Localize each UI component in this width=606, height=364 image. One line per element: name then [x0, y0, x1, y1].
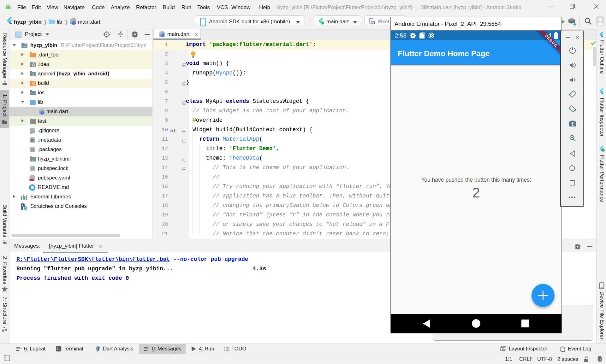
svg-text:YML: YML [30, 179, 34, 181]
